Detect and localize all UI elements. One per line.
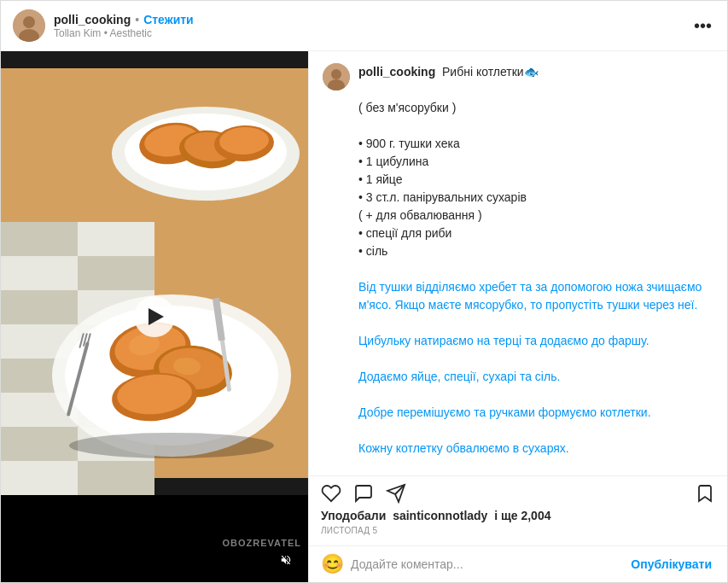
ingredient-2: • 1 цибулина (358, 154, 428, 168)
svg-point-1 (23, 16, 35, 28)
action-icons (321, 483, 715, 504)
comment-input-bar: 😊 Опублікувати (309, 545, 727, 582)
likes-row: Уподобали sainticonnotlady і ще 2,004 (321, 509, 715, 522)
header-separator: • (135, 13, 139, 26)
publish-button[interactable]: Опублікувати (627, 557, 715, 571)
caption-title: Рибні котлетки🐟 (442, 65, 539, 79)
header-subtitle: Tollan Kim • Aesthetic (54, 27, 690, 39)
header-username[interactable]: polli_cooking (54, 13, 131, 26)
caption-side: polli_cooking Рибні котлетки🐟 ( без м'яс… (308, 51, 727, 582)
header-text-group: polli_cooking • Стежити Tollan Kim • Aes… (54, 13, 690, 39)
mute-button[interactable] (274, 548, 298, 572)
ingredient-4: • 3 ст.л. панірувальних сухарів (358, 190, 527, 204)
follow-button[interactable]: Стежити (143, 13, 194, 26)
step-5: Кожну котлетку обвалюємо в сухарях. (358, 441, 569, 455)
watermark: OBOZREVATEL (223, 538, 301, 548)
ingredient-3: • 1 яйце (358, 172, 403, 186)
media-container: OBOZREVATEL (1, 51, 308, 582)
step-4: Добре перемішуємо та ручками формуємо ко… (358, 405, 651, 419)
emoji-button[interactable]: 😊 (321, 553, 344, 575)
comment-input[interactable] (351, 557, 627, 571)
header-top-row: polli_cooking • Стежити (54, 13, 690, 26)
likes-text: Уподобали (321, 509, 386, 522)
svg-rect-8 (1, 290, 78, 324)
ingredient-7: • сіль (358, 244, 387, 258)
ingredient-5: ( + для обвалювання ) (358, 208, 482, 222)
more-options-button[interactable]: ••• (690, 16, 715, 36)
comment-button[interactable] (353, 483, 374, 504)
ingredient-6: • спеції для риби (358, 226, 451, 240)
post-date: ЛИСТОПАД 5 (321, 526, 715, 535)
caption-comment: polli_cooking Рибні котлетки🐟 ( без м'яс… (323, 63, 713, 475)
like-button[interactable] (321, 483, 341, 504)
action-bar: Уподобали sainticonnotlady і ще 2,004 ЛИ… (309, 475, 727, 545)
caption-text: polli_cooking Рибні котлетки🐟 ( без м'яс… (358, 63, 713, 475)
caption-avatar (323, 63, 350, 90)
likes-count: і ще 2,004 (494, 509, 550, 522)
svg-rect-10 (1, 427, 78, 461)
liked-by[interactable]: sainticonnotlady (393, 509, 487, 522)
play-button[interactable] (134, 296, 175, 337)
caption-scroll[interactable]: polli_cooking Рибні котлетки🐟 ( без м'яс… (309, 51, 727, 475)
ingredient-1: • 900 г. тушки хека (358, 137, 460, 150)
step-3: Додаємо яйце, спеції, сухарі та сіль. (358, 370, 560, 383)
svg-rect-7 (1, 222, 78, 256)
step-1: Від тушки відділяємо хребет та за допомо… (358, 280, 702, 312)
share-button[interactable] (386, 483, 406, 504)
svg-rect-11 (78, 256, 154, 290)
svg-point-41 (331, 69, 341, 79)
post-content: OBOZREVATEL polli_cooking Рибні котлетки… (1, 51, 727, 582)
caption-subtitle: ( без м'ясорубки ) (358, 101, 456, 114)
step-2: Цибульку натираємо на терці та додаємо д… (358, 334, 649, 347)
svg-rect-14 (78, 461, 154, 495)
caption-username[interactable]: polli_cooking (358, 65, 435, 79)
post-header: polli_cooking • Стежити Tollan Kim • Aes… (1, 1, 727, 51)
header-avatar (13, 9, 45, 42)
bookmark-button[interactable] (695, 483, 715, 504)
svg-point-17 (69, 433, 274, 458)
